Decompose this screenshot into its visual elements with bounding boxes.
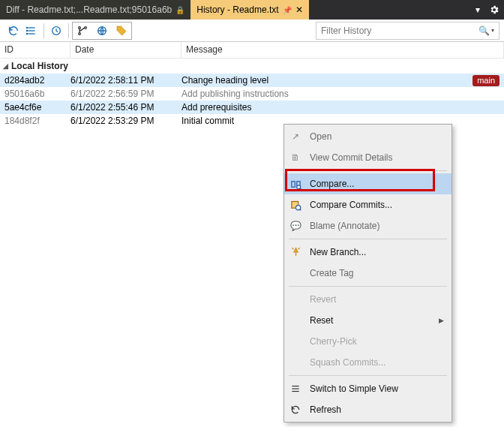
menu-compare-commits[interactable]: Compare Commits...	[284, 194, 452, 215]
menu-separator	[289, 286, 447, 287]
commit-row[interactable]: 5ae4cf6e 6/1/2022 2:55:46 PM Add prerequ…	[0, 101, 504, 114]
commit-row[interactable]: 95016a6b 6/1/2022 2:56:59 PM Add publish…	[0, 87, 504, 101]
commit-message: Add prerequisites	[182, 102, 504, 113]
tag-filter-icon[interactable]	[112, 23, 131, 39]
commit-row[interactable]: d284adb2 6/1/2022 2:58:11 PM Change head…	[0, 74, 504, 87]
details-icon: 🗎	[289, 152, 302, 163]
close-icon[interactable]: ✕	[296, 5, 303, 15]
refresh-menu-icon	[289, 404, 302, 415]
lock-icon: 🔒	[176, 6, 184, 14]
svg-point-11	[118, 28, 120, 29]
window-dropdown-icon[interactable]: ▾	[471, 0, 484, 20]
blame-icon: 💬	[289, 221, 302, 231]
filter-history-input[interactable]: Filter History 🔍 ▾	[316, 22, 500, 40]
history-toolbar: Filter History 🔍 ▾	[0, 20, 504, 42]
column-headers: ID Date Message	[0, 42, 504, 59]
compare-icon	[289, 179, 302, 190]
menu-refresh[interactable]: Refresh	[284, 399, 452, 420]
svg-point-9	[85, 26, 87, 29]
list-view-icon	[289, 383, 302, 394]
commit-message: Add publishing instructions	[182, 89, 504, 99]
list-icon[interactable]	[22, 22, 40, 40]
menu-cherry-pick: Cherry-Pick	[284, 331, 452, 352]
menu-separator	[289, 375, 447, 376]
menu-reset[interactable]: Reset ▶	[284, 310, 452, 331]
filter-placeholder: Filter History	[321, 26, 371, 36]
svg-line-18	[299, 209, 301, 210]
menu-open[interactable]: ↗ Open	[284, 126, 452, 147]
column-id[interactable]: ID	[0, 42, 70, 58]
svg-point-4	[26, 30, 27, 31]
svg-line-20	[298, 248, 299, 249]
menu-separator	[289, 170, 447, 171]
svg-line-19	[292, 248, 293, 249]
open-icon: ↗	[289, 131, 302, 142]
branch-badge[interactable]: main	[472, 75, 500, 86]
commit-list: d284adb2 6/1/2022 2:58:11 PM Change head…	[0, 74, 504, 128]
menu-separator	[289, 239, 447, 239]
menu-view-commit-details[interactable]: 🗎 View Commit Details	[284, 147, 452, 168]
svg-line-15	[299, 188, 301, 189]
group-label: Local History	[11, 61, 68, 71]
refresh-icon[interactable]	[4, 22, 22, 40]
branch-filter-icon[interactable]	[73, 23, 92, 39]
compare-commits-icon	[289, 200, 302, 211]
commit-date: 6/1/2022 2:56:59 PM	[70, 89, 182, 99]
collapse-icon: ◢	[3, 62, 8, 70]
commit-id: 184d8f2f	[0, 116, 70, 126]
column-date[interactable]: Date	[70, 42, 182, 58]
svg-point-3	[26, 27, 27, 28]
commit-id: 95016a6b	[0, 89, 70, 99]
commit-id: 5ae4cf6e	[0, 102, 70, 113]
filter-button-group	[72, 22, 132, 40]
commit-id: d284adb2	[0, 75, 70, 86]
svg-point-5	[26, 33, 27, 34]
column-message[interactable]: Message	[182, 42, 504, 58]
tab-diff[interactable]: Diff - Readme.txt;...Readme.txt;95016a6b…	[0, 0, 190, 20]
pin-icon[interactable]: 📌	[283, 6, 292, 14]
tab-strip: Diff - Readme.txt;...Readme.txt;95016a6b…	[0, 0, 504, 20]
svg-point-8	[79, 32, 81, 35]
menu-blame[interactable]: 💬 Blame (Annotate)	[284, 215, 452, 236]
commit-date: 6/1/2022 2:55:46 PM	[70, 102, 182, 113]
context-menu: ↗ Open 🗎 View Commit Details Compare... …	[284, 124, 452, 422]
menu-new-branch[interactable]: New Branch...	[284, 242, 452, 263]
history-clock-icon[interactable]	[47, 22, 65, 40]
submenu-arrow-icon: ▶	[439, 317, 444, 324]
menu-revert: Revert	[284, 289, 452, 310]
menu-squash: Squash Commits...	[284, 352, 452, 373]
menu-simple-view[interactable]: Switch to Simple View	[284, 378, 452, 399]
new-branch-icon	[289, 247, 302, 258]
tab-history-label: History - Readme.txt	[196, 5, 278, 15]
tab-diff-label: Diff - Readme.txt;...Readme.txt;95016a6b	[6, 5, 172, 15]
svg-rect-12	[291, 181, 294, 187]
group-local-history[interactable]: ◢ Local History	[0, 59, 504, 74]
tab-history[interactable]: History - Readme.txt 📌 ✕	[190, 0, 308, 20]
search-icon[interactable]: 🔍	[478, 26, 490, 36]
remote-filter-icon[interactable]	[92, 23, 112, 39]
svg-point-7	[79, 26, 81, 29]
commit-message: Change heading level	[182, 75, 268, 86]
menu-create-tag[interactable]: Create Tag	[284, 263, 452, 284]
commit-date: 6/1/2022 2:53:29 PM	[70, 116, 182, 126]
gear-icon[interactable]	[484, 0, 504, 20]
search-dropdown-icon[interactable]: ▾	[491, 27, 494, 34]
menu-compare[interactable]: Compare...	[284, 173, 452, 194]
commit-date: 6/1/2022 2:58:11 PM	[70, 75, 182, 86]
